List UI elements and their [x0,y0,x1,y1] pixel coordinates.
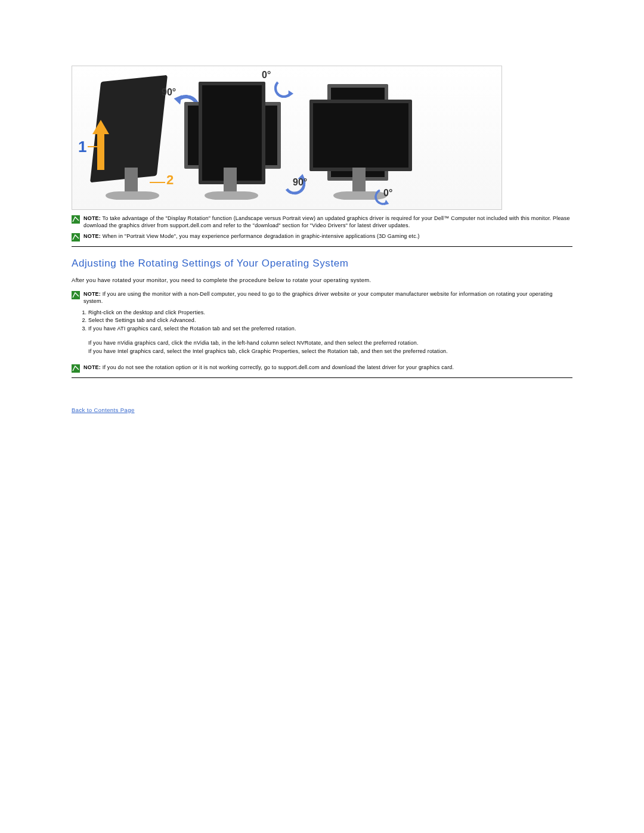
note-icon [72,291,80,299]
note-icon [72,233,80,241]
note-icon [72,215,80,224]
svg-rect-1 [72,233,80,241]
page: 1 2 90° 0° 90° 0° NOTE: To [0,0,644,449]
heading-adjusting-rotation: Adjusting the Rotating Settings of Your … [72,258,572,270]
step-2-label: 2 [166,172,174,188]
rotation-figure: 1 2 90° 0° 90° 0° [72,66,502,210]
back-to-contents-link[interactable]: Back to Contents Page [72,407,135,413]
note-icon [72,364,80,373]
note-portrait-performance: NOTE: When in "Portrait View Mode", you … [72,233,572,241]
svg-rect-3 [72,364,80,373]
note-non-dell: NOTE: If you are using the monitor with … [72,290,572,305]
divider [72,246,572,247]
step-1-label: 1 [78,138,86,156]
note-text: NOTE: If you do not see the rotation opt… [83,364,572,371]
note-text: NOTE: When in "Portrait View Mode", you … [83,233,572,240]
note-text: NOTE: To take advantage of the "Display … [83,215,572,229]
step-sub: If you have nVidia graphics card, click … [88,339,572,347]
step-sub: If you have Intel graphics card, select … [88,348,572,355]
note-text: NOTE: If you are using the monitor with … [83,290,572,305]
angle-0-bottom: 0° [383,188,392,199]
note-no-rotation-option: NOTE: If you do not see the rotation opt… [72,364,572,373]
divider [72,377,572,378]
steps-list: Right-click on the desktop and click Pro… [86,309,572,333]
step-item: If you have ATI graphics card, select th… [88,325,572,333]
svg-rect-0 [72,215,80,224]
note-graphics-driver: NOTE: To take advantage of the "Display … [72,215,572,229]
svg-rect-2 [72,291,80,299]
step-item: Right-click on the desktop and click Pro… [88,309,572,317]
intro-paragraph: After you have rotated your monitor, you… [72,277,572,283]
angle-90-bottom: 90° [293,177,307,188]
step-item: Select the Settings tab and click Advanc… [88,317,572,324]
angle-0-top: 0° [262,70,271,80]
